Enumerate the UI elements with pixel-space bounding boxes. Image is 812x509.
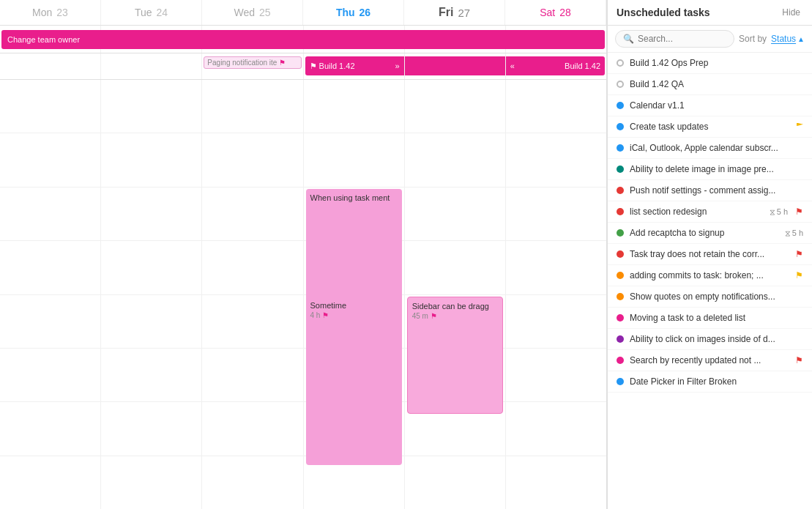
task-text-4: Create task updates xyxy=(630,122,791,132)
task-item-6[interactable]: Ability to delete image in image pre... xyxy=(608,159,812,180)
task-text-15: Search by recently updated not ... xyxy=(630,355,788,365)
cell-fri-r1 xyxy=(405,80,506,133)
task-dot-14 xyxy=(617,335,624,343)
cell-mon-r3 xyxy=(0,187,101,240)
task-flag-11: ⚑ xyxy=(795,270,803,280)
sidebar-drag-meta: 45 m ⚑ xyxy=(412,312,498,320)
time-row-5: Sometime 4 h ⚑ Sidebar can be dragg 45 m… xyxy=(0,295,606,349)
sometime-title: Sometime xyxy=(310,301,398,310)
task-dot-7 xyxy=(617,187,624,194)
build-cell-fri xyxy=(405,53,506,79)
panel-header: Unscheduled tasks Hide xyxy=(608,0,812,26)
sort-value[interactable]: Status ▲ xyxy=(771,34,805,44)
sidebar-drag-card[interactable]: Sidebar can be dragg 45 m ⚑ xyxy=(407,297,503,414)
task-dot-16 xyxy=(617,378,624,385)
cell-thu-r2 xyxy=(304,133,405,186)
time-grid: When using task ment xyxy=(0,80,606,509)
task-item-1[interactable]: Build 1.42 Ops Prep xyxy=(608,53,812,74)
cell-tue-r5 xyxy=(101,295,202,348)
task-text-14: Ability to click on images inside of d..… xyxy=(630,334,803,344)
day-num-tue: 24 xyxy=(157,7,168,18)
when-using-task-title: When using task ment xyxy=(310,193,398,202)
right-panel: Unscheduled tasks Hide 🔍 Sort by Status … xyxy=(607,0,812,509)
day-name-fri: Fri xyxy=(439,6,453,19)
build-cell-mon xyxy=(0,53,101,79)
cell-sat-r3 xyxy=(506,187,606,240)
day-num-mon: 23 xyxy=(56,7,68,18)
task-text-6: Ability to delete image in image pre... xyxy=(630,164,803,174)
task-flag-10: ⚑ xyxy=(795,249,803,259)
task-dot-10 xyxy=(617,250,624,258)
hourglass-icon-8: ⧖ xyxy=(770,207,775,217)
day-num-thu: 26 xyxy=(360,7,371,18)
day-name-wed: Wed xyxy=(234,7,255,18)
cell-wed-r6 xyxy=(202,349,303,401)
cell-thu-r5: Sometime 4 h ⚑ xyxy=(304,295,405,348)
search-input[interactable] xyxy=(638,34,726,44)
task-item-15[interactable]: Search by recently updated not ... ⚑ xyxy=(608,350,812,371)
day-header-thu: Thu 26 xyxy=(303,0,404,25)
task-item-5[interactable]: iCal, Outlook, Apple calendar subscr... xyxy=(608,138,812,159)
task-item-8[interactable]: list section redesign ⧖ 5 h ⚑ xyxy=(608,201,812,223)
sometime-card[interactable]: Sometime 4 h ⚑ xyxy=(306,297,402,465)
build-cell-tue xyxy=(101,53,202,79)
task-item-2[interactable]: Build 1.42 QA xyxy=(608,74,812,95)
build-thu-event[interactable]: ⚑ Build 1.42 » xyxy=(305,56,404,75)
task-item-9[interactable]: Add recaptcha to signup ⧖ 5 h xyxy=(608,223,812,244)
task-text-13: Moving a task to a deleted list xyxy=(630,313,803,323)
cell-mon-r7 xyxy=(0,402,101,455)
task-item-13[interactable]: Moving a task to a deleted list xyxy=(608,308,812,329)
cell-fri-r8 xyxy=(405,456,506,509)
task-item-4[interactable]: Create task updates ⚑ xyxy=(608,116,812,138)
cell-tue-r7 xyxy=(101,402,202,455)
build-fri-span xyxy=(405,56,505,75)
cell-thu-r1 xyxy=(304,80,405,133)
paging-flag: ⚑ xyxy=(279,59,286,67)
cell-sat-r5 xyxy=(506,295,606,348)
allday-row: Change team owner xyxy=(0,26,606,53)
search-icon: 🔍 xyxy=(623,34,634,44)
time-row-2 xyxy=(0,133,606,187)
task-flag-8: ⚑ xyxy=(795,207,803,217)
calendar-section: Mon 23 Tue 24 Wed 25 Thu 26 Fri 27 Sat 2… xyxy=(0,0,607,509)
task-item-10[interactable]: Task tray does not retain the corr... ⚑ xyxy=(608,244,812,265)
task-text-10: Task tray does not retain the corr... xyxy=(630,249,788,259)
cell-fri-r4 xyxy=(405,241,506,294)
cell-sat-r7 xyxy=(506,402,606,455)
task-flag-15: ⚑ xyxy=(795,355,803,365)
time-row-6 xyxy=(0,349,606,402)
task-item-7[interactable]: Push notif settings - comment assig... xyxy=(608,180,812,201)
search-box: 🔍 xyxy=(615,30,734,48)
task-dot-6 xyxy=(617,166,624,173)
cell-wed-r4 xyxy=(202,241,303,294)
build-cell-sat: « Build 1.42 xyxy=(506,53,606,79)
task-text-11: adding commits to task: broken; ... xyxy=(630,270,788,280)
app-container: Mon 23 Tue 24 Wed 25 Thu 26 Fri 27 Sat 2… xyxy=(0,0,812,509)
panel-title: Unscheduled tasks xyxy=(617,7,710,18)
sometime-flag: ⚑ xyxy=(322,311,329,319)
cell-fri-r5: Sidebar can be dragg 45 m ⚑ xyxy=(405,295,506,348)
day-name-thu: Thu xyxy=(336,7,355,18)
build-sat-event[interactable]: « Build 1.42 xyxy=(506,56,605,75)
cell-wed-r5 xyxy=(202,295,303,348)
task-text-7: Push notif settings - comment assig... xyxy=(630,185,803,196)
task-text-5: iCal, Outlook, Apple calendar subscr... xyxy=(630,143,803,153)
paging-notification-card[interactable]: Paging notification ite ⚑ xyxy=(204,56,301,69)
cell-tue-r8 xyxy=(101,456,202,509)
task-dot-1 xyxy=(617,59,624,67)
task-item-16[interactable]: Date Picker in Filter Broken xyxy=(608,371,812,393)
task-text-9: Add recaptcha to signup xyxy=(630,228,779,238)
time-row-3: When using task ment xyxy=(0,187,606,241)
task-text-8: list section redesign xyxy=(630,207,764,217)
task-item-3[interactable]: Calendar v1.1 xyxy=(608,95,812,116)
hide-button[interactable]: Hide xyxy=(779,6,803,19)
task-dot-4 xyxy=(617,123,624,130)
sidebar-drag-title: Sidebar can be dragg xyxy=(412,302,498,311)
task-item-11[interactable]: adding commits to task: broken; ... ⚑ xyxy=(608,265,812,286)
change-team-owner-event[interactable]: Change team owner xyxy=(1,30,605,49)
task-item-12[interactable]: Show quotes on empty notifications... xyxy=(608,286,812,308)
task-badge-8: ⧖ 5 h xyxy=(770,207,788,217)
task-item-14[interactable]: Ability to click on images inside of d..… xyxy=(608,329,812,350)
time-row-8 xyxy=(0,456,606,509)
day-header-sat: Sat 28 xyxy=(505,0,606,25)
